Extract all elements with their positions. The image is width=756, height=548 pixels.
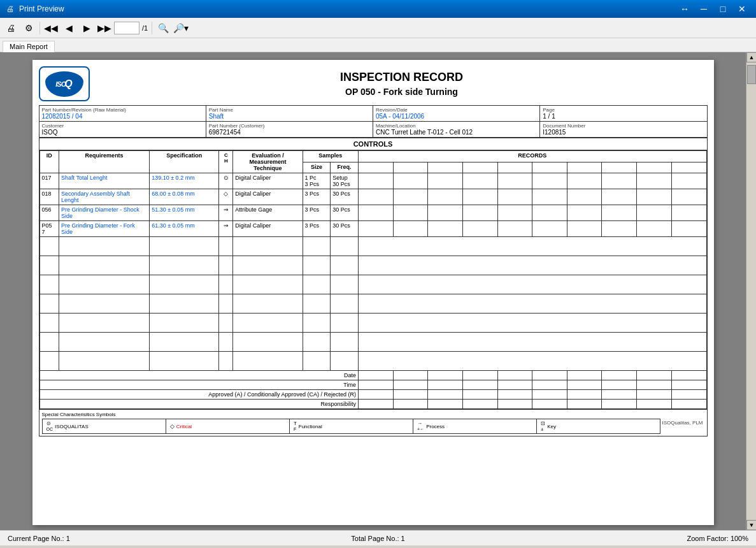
empty-freq-4 (331, 294, 359, 314)
footer-date-6 (532, 371, 567, 380)
footer-time-3 (428, 380, 463, 390)
cell-spec-017: 139.10 ± 0.2 mm (150, 173, 219, 189)
cell-spec-p057: 61.30 ± 0.05 mm (150, 221, 219, 237)
empty-spec-5 (150, 314, 219, 333)
minimize-button[interactable]: ─ (695, 2, 713, 16)
sc-brand: ISOQualitas, PLM (660, 419, 704, 434)
empty-eval-7 (233, 352, 303, 371)
sc-isoqualitas: ⊙OC ISOQUALITAS (42, 419, 166, 434)
scroll-thumb[interactable] (747, 65, 756, 84)
print-button[interactable]: 🖨 (3, 20, 19, 36)
controls-section: CONTROLS ID Requirements Specification C… (39, 138, 708, 410)
footer-approved-label: Approved (A) / Conditionally Approved (C… (39, 390, 358, 400)
footer-approved-9 (637, 390, 672, 400)
empty-size-6 (303, 333, 331, 352)
rec-056-7 (567, 205, 602, 221)
info-row-2: Customer ISOQ Part Number (Customer) 698… (39, 122, 707, 138)
empty-req-6 (59, 333, 150, 352)
rec-p057-3 (428, 221, 463, 237)
title-bar-title: Print Preview (19, 4, 64, 13)
report-subtitle: OP 050 - Fork side Turning (96, 87, 708, 97)
rec-018-6 (532, 189, 567, 205)
rec-h-3 (428, 162, 463, 173)
cell-freq-018: 30 Pcs (331, 189, 359, 205)
rec-056-8 (602, 205, 637, 221)
empty-char-5 (219, 314, 233, 333)
rec-056-10 (671, 205, 706, 221)
empty-eval-4 (233, 294, 303, 314)
last-page-button[interactable]: ▶▶ (96, 20, 113, 36)
rec-p057-1 (358, 221, 393, 237)
col-header-records: RECORDS (358, 151, 706, 162)
rec-017-3 (428, 173, 463, 189)
empty-freq-1 (331, 237, 359, 256)
rec-p057-8 (602, 221, 637, 237)
prev-page-button[interactable]: ◀ (61, 20, 77, 36)
scroll-down-button[interactable]: ▼ (746, 520, 756, 530)
info-grid: Part Number/Revision (Raw Material) 1208… (39, 105, 708, 138)
scroll-up-button[interactable]: ▲ (746, 52, 756, 62)
scroll-track[interactable] (746, 62, 756, 520)
next-page-button[interactable]: ▶ (78, 20, 95, 36)
rec-p057-9 (637, 221, 672, 237)
info-cell-part-num-customer: Part Number (Customer) 698721454 (206, 122, 373, 137)
footer-time-7 (567, 380, 602, 390)
table-row: 018 Secondary Assembly Shaft Lenght 68.0… (39, 189, 706, 205)
rec-p057-4 (462, 221, 497, 237)
title-bar: 🖨 Print Preview ↔ ─ □ ✕ (0, 0, 756, 18)
table-row: 017 Shaft Total Lenght 139.10 ± 0.2 mm ⊙… (39, 173, 706, 189)
zoom-button[interactable]: 🔎▾ (173, 20, 189, 36)
empty-freq-5 (331, 314, 359, 333)
footer-time-label: Time (39, 380, 358, 390)
maximize-button[interactable]: □ (714, 2, 732, 16)
scroll-content: ISO Q INSPECTION RECORD OP 050 - Fork si… (0, 52, 746, 530)
first-page-button[interactable]: ◀◀ (43, 20, 59, 36)
report-title: INSPECTION RECORD (96, 71, 708, 84)
report-page: ISO Q INSPECTION RECORD OP 050 - Fork si… (32, 60, 714, 525)
sc-critical-label: Critical (176, 424, 192, 429)
footer-date-8 (602, 371, 637, 380)
back-button[interactable]: ↔ (676, 2, 694, 16)
rec-056-2 (393, 205, 428, 221)
toolbar-sep-2 (152, 22, 152, 34)
page-number-input[interactable]: 1 (114, 22, 139, 34)
cell-eval-056: Attribute Gage (233, 205, 303, 221)
empty-id-4 (39, 294, 59, 314)
empty-id-7 (39, 352, 59, 371)
info-value-page: 1 / 1 (543, 113, 704, 120)
footer-resp-3 (428, 400, 463, 409)
special-chars-row: ⊙OC ISOQUALITAS ◇ Critical TF Functional… (42, 419, 704, 434)
rec-h-7 (567, 162, 602, 173)
empty-rec-7 (358, 352, 706, 371)
info-label-customer: Customer (42, 123, 203, 129)
footer-date-1 (358, 371, 393, 380)
footer-date-5 (497, 371, 532, 380)
empty-char-4 (219, 294, 233, 314)
cell-id-056: 056 (39, 205, 59, 221)
empty-req-3 (59, 275, 150, 294)
scrollbar-vertical[interactable]: ▲ ▼ (746, 52, 756, 530)
empty-req-5 (59, 314, 150, 333)
table-row-empty-4 (39, 294, 706, 314)
close-button[interactable]: ✕ (733, 2, 751, 16)
footer-resp-2 (393, 400, 428, 409)
title-bar-controls: ↔ ─ □ ✕ (676, 2, 751, 16)
cell-req-p057: Pre Grinding Diameter - Fork Side (59, 221, 150, 237)
empty-char-1 (219, 237, 233, 256)
printer-icon: 🖨 (5, 4, 15, 14)
info-label-part-name: Part Name (209, 107, 370, 113)
info-label-machine: Machine/Location (376, 123, 537, 129)
table-row-empty-3 (39, 275, 706, 294)
info-label-revision: Revision/Date (376, 107, 537, 113)
setup-button[interactable]: ⚙ (20, 20, 37, 36)
main-report-tab[interactable]: Main Report (3, 41, 55, 52)
rec-018-7 (567, 189, 602, 205)
page-of-label: /1 (142, 24, 148, 32)
empty-id-2 (39, 256, 59, 275)
find-button[interactable]: 🔍 (155, 20, 171, 36)
title-bar-left: 🖨 Print Preview (5, 4, 64, 14)
empty-eval-3 (233, 275, 303, 294)
footer-approved-2 (393, 390, 428, 400)
footer-responsibility-row: Responsibility (39, 400, 706, 409)
footer-approved-row: Approved (A) / Conditionally Approved (C… (39, 390, 706, 400)
